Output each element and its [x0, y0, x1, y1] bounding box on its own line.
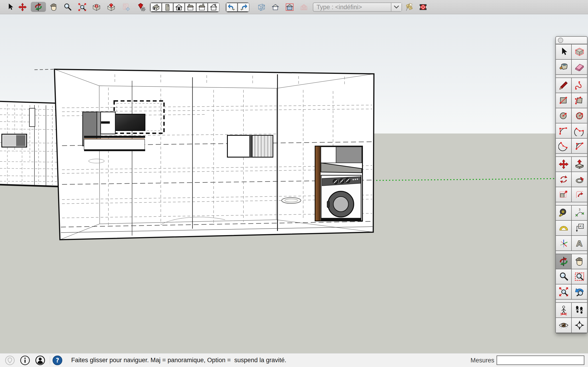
- view-right[interactable]: [185, 3, 196, 12]
- wall-cabinet: [227, 135, 273, 157]
- tv-screen: [115, 114, 145, 131]
- palette-group: CA-S: [556, 302, 587, 333]
- view-back[interactable]: [196, 3, 208, 12]
- palette-tool-arc3[interactable]: [556, 139, 571, 153]
- palette-tool-make-component[interactable]: [572, 44, 587, 59]
- palette-tool-rotated-rectangle[interactable]: [572, 93, 587, 108]
- washer-door: [327, 191, 354, 217]
- chevron-down-icon[interactable]: [391, 3, 401, 11]
- svg-text:A-S: A-S: [578, 325, 580, 327]
- palette-tool-rotate[interactable]: [556, 172, 571, 187]
- palette-title-bar[interactable]: [556, 37, 587, 44]
- palette-tool-orbit[interactable]: [556, 254, 571, 269]
- palette-tool-compass[interactable]: CA-S: [572, 318, 587, 333]
- svg-text:XYZ: XYZ: [407, 6, 410, 7]
- palette-tool-circle[interactable]: [556, 108, 571, 123]
- palette-tool-eraser[interactable]: [572, 60, 587, 74]
- zoom-extents-tool[interactable]: [77, 2, 87, 12]
- ruby-console-button[interactable]: [136, 2, 146, 12]
- svg-text:A1: A1: [579, 225, 583, 228]
- palette-tool-text[interactable]: A1: [572, 221, 587, 235]
- measurements-input[interactable]: [497, 356, 584, 365]
- measurements-label: Mesures: [468, 357, 494, 364]
- palette-tool-pie2[interactable]: [572, 123, 587, 138]
- redo-button[interactable]: [237, 3, 249, 12]
- svg-text:C: C: [579, 323, 580, 325]
- palette-tool-zoom-window[interactable]: [572, 269, 587, 284]
- move-tool[interactable]: [17, 2, 27, 12]
- palette-tool-position-camera[interactable]: [556, 303, 571, 317]
- room-model: [35, 69, 374, 240]
- palette-tool-tape[interactable]: [556, 206, 571, 220]
- background-cabinet: [2, 134, 27, 147]
- main-toolbar: Type : <indéfini> XYZXYZ: [0, 0, 588, 14]
- palette-tool-followme[interactable]: [572, 172, 587, 187]
- svg-text:XYZ: XYZ: [410, 8, 412, 9]
- style-wireframe[interactable]: [256, 2, 266, 12]
- large-tool-set-palette: 3A1ACA-S: [555, 36, 588, 334]
- style-shaded[interactable]: [285, 2, 295, 12]
- toilet: [282, 198, 301, 203]
- washing-machine: [321, 175, 361, 220]
- palette-tool-arc[interactable]: [556, 123, 571, 138]
- svg-text:3: 3: [579, 208, 580, 211]
- palette-tool-zoom[interactable]: [556, 269, 571, 284]
- palette-group: [556, 156, 587, 202]
- pan-tool[interactable]: [49, 2, 59, 12]
- style-xray[interactable]: [299, 2, 309, 12]
- palette-tool-zoom-extents[interactable]: [556, 284, 571, 299]
- view-top[interactable]: [162, 3, 173, 12]
- palette-tool-scale[interactable]: [556, 187, 571, 202]
- view-front[interactable]: [173, 3, 185, 12]
- no-entry-button[interactable]: [418, 2, 428, 12]
- palette-tool-pushpull[interactable]: [572, 157, 587, 172]
- palette-tool-select[interactable]: [556, 44, 571, 59]
- palette-tool-rectangle[interactable]: [556, 93, 571, 108]
- palette-tool-dimension[interactable]: 3: [572, 206, 587, 220]
- palette-tool-look-around[interactable]: [556, 318, 571, 333]
- svg-text:A: A: [576, 239, 582, 248]
- palette-tool-polygon[interactable]: [572, 108, 587, 123]
- palette-tool-offset[interactable]: [572, 187, 587, 202]
- app-window: { "app": { "name": "SketchUp" }, "colors…: [0, 0, 588, 367]
- geolocation-icon[interactable]: [5, 355, 15, 365]
- type-dropdown-value: Type : <indéfini>: [313, 4, 391, 11]
- palette-tool-pan[interactable]: [572, 254, 587, 269]
- view-left[interactable]: [208, 3, 219, 12]
- svg-text:?: ?: [56, 357, 59, 364]
- views-toolbar: [150, 2, 220, 12]
- model-box-button[interactable]: [91, 2, 102, 12]
- background-model: [0, 101, 58, 186]
- undo-redo-group: [225, 2, 250, 12]
- palette-group: 3A1A: [556, 205, 587, 251]
- laundry-unit: [315, 146, 363, 221]
- palette-tool-freehand[interactable]: [572, 78, 587, 93]
- palette-close-button[interactable]: [558, 38, 563, 43]
- drawing-canvas[interactable]: [0, 14, 588, 353]
- view-iso[interactable]: [150, 3, 162, 12]
- palette-tool-move[interactable]: [556, 157, 571, 172]
- undo-button[interactable]: [226, 3, 237, 12]
- help-icon[interactable]: ?: [52, 355, 62, 365]
- palette-tool-zoom-previous[interactable]: [572, 284, 587, 299]
- palette-tool-pie[interactable]: [572, 139, 587, 153]
- palette-tool-protractor[interactable]: [556, 221, 571, 235]
- share-model-button[interactable]: [121, 2, 131, 12]
- zoom-tool[interactable]: [62, 2, 73, 12]
- palette-tool-walk[interactable]: [572, 303, 587, 317]
- palette-group: [556, 77, 587, 154]
- orbit-tool[interactable]: [31, 2, 46, 12]
- extension-box-button[interactable]: [106, 2, 116, 12]
- profile-icon[interactable]: [35, 355, 45, 365]
- select-tool[interactable]: [5, 2, 15, 12]
- credits-icon[interactable]: [20, 355, 30, 365]
- type-dropdown[interactable]: Type : <indéfini>: [313, 2, 402, 12]
- palette-group: [556, 254, 587, 300]
- palette-tool-paint-bucket[interactable]: [556, 60, 571, 74]
- style-hidden-line[interactable]: [270, 2, 280, 12]
- status-hint: Faites glisser pour naviguer. Maj = pano…: [71, 357, 286, 364]
- palette-tool-axes[interactable]: [556, 236, 571, 250]
- tags-button[interactable]: XYZXYZ: [404, 2, 414, 12]
- palette-tool-line[interactable]: [556, 78, 571, 93]
- palette-tool-text3d[interactable]: A: [572, 236, 587, 250]
